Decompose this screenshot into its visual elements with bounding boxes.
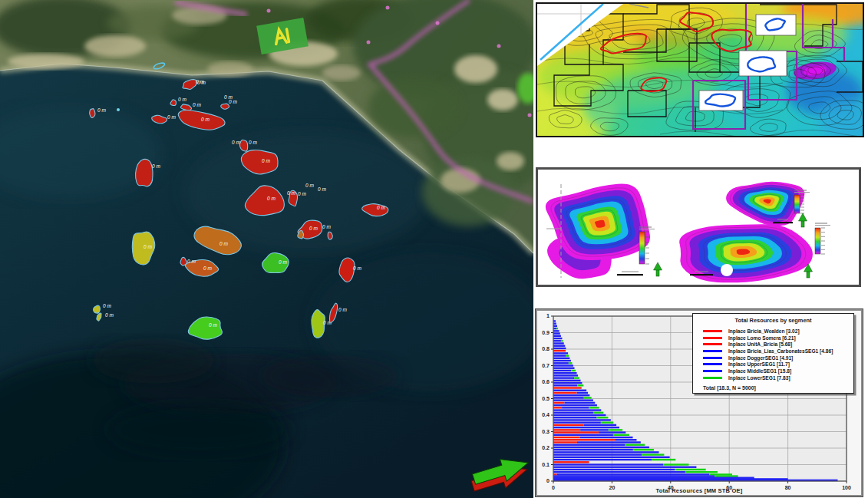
probability-bar: [553, 441, 577, 443]
probability-bar: [652, 459, 675, 460]
field-label: 0 m: [298, 191, 306, 196]
legend-label: Inplace LowerSEG1 [7.83]: [728, 375, 790, 381]
probability-bar: [553, 473, 557, 475]
probability-bar: [577, 441, 641, 443]
probability-bar: [553, 374, 578, 376]
y-tick-label: 0.9: [542, 330, 550, 335]
probability-bar: [553, 392, 577, 394]
probability-bar: [553, 427, 619, 428]
probability-bar: [553, 387, 582, 388]
probability-bar: [593, 412, 603, 414]
y-tick-label: 1: [546, 313, 550, 318]
field-label: 0 m: [353, 265, 361, 271]
y-tick-label: 0: [546, 478, 550, 483]
chart-legend-items: Inplace Bricia_Wealden [3.02]Inplace Lom…: [693, 328, 853, 381]
probability-bar: [553, 407, 562, 408]
scale-bar: [690, 274, 713, 275]
legend-label: Inplace Bricia_Lias_CarbonatesSEG1 [4.86…: [728, 348, 833, 354]
probability-bar: [553, 457, 670, 458]
probability-bar: [633, 449, 654, 450]
chart-total-label: Total [18.3, N = 5000]: [693, 385, 853, 391]
probability-bar: [609, 429, 622, 430]
probability-bar: [584, 424, 616, 426]
resources-chart-panel: 10.90.80.70.60.50.40.30.20.1002040608010…: [536, 309, 863, 496]
probability-bar: [553, 372, 577, 374]
scale-bar: [617, 274, 643, 275]
probability-bar: [553, 447, 649, 448]
composite-slide: { "left_map": { "type": "satellite-field…: [0, 0, 868, 498]
probability-bar: [574, 377, 579, 378]
probability-bar: [553, 364, 573, 366]
probability-bar: [553, 399, 593, 401]
probability-bar: [663, 463, 688, 465]
probability-bar: [577, 384, 583, 386]
probability-bar: [553, 402, 565, 404]
probability-bar: [553, 412, 593, 414]
field-label: 0 m: [187, 259, 196, 264]
probability-bar: [613, 434, 629, 436]
legend-item: Inplace MiddleSEG1 [15.8]: [693, 368, 853, 374]
field-label: 0 m: [267, 196, 276, 201]
legend-swatch: [703, 350, 722, 352]
probability-bar: [553, 394, 589, 396]
probability-bar: [553, 467, 696, 468]
legend-item: Inplace LowerSEG1 [7.83]: [693, 374, 853, 381]
probability-bar: [553, 444, 625, 446]
probability-bar: [553, 439, 615, 440]
probability-bar: [553, 338, 562, 339]
probability-bar: [553, 451, 659, 453]
probability-bar: [553, 390, 586, 391]
field-label: 0 m: [279, 259, 287, 265]
probability-bar: [553, 475, 715, 477]
thickness-map: [726, 182, 804, 226]
y-tick-label: 0.8: [542, 346, 550, 351]
thickness-map: [679, 224, 813, 282]
probability-bar: [553, 463, 663, 465]
legend-swatch: [703, 337, 722, 339]
satellite-map-image: 0 m0 m0 m0 m0 m0 m0 m0 m0 m0 m0 m0 m0 m0…: [0, 0, 533, 498]
contour-map-image: [537, 4, 863, 136]
probability-bar: [553, 382, 582, 384]
thickness-maps-image: [538, 170, 859, 285]
probability-bar: [553, 368, 575, 369]
probability-bar: [553, 355, 566, 356]
probability-bar: [553, 434, 613, 436]
probability-bar: [553, 437, 579, 438]
legend-item: Inplace Bricia_Wealden [3.02]: [693, 328, 853, 335]
probability-bar: [553, 332, 560, 334]
field-label: 0 m: [219, 241, 228, 246]
legend-swatch: [703, 357, 722, 359]
probability-bar: [553, 362, 569, 364]
probability-bar: [553, 469, 675, 470]
probability-bar: [553, 459, 652, 460]
legend-swatch: [703, 330, 722, 332]
field-label: 0 m: [152, 163, 160, 169]
chart-legend: Total Resources by segment Inplace Brici…: [692, 313, 854, 394]
probability-bar: [556, 328, 558, 329]
probability-bar: [557, 473, 710, 475]
probability-bar: [675, 469, 706, 470]
field-label: 0 m: [377, 205, 385, 210]
probability-bar: [601, 421, 613, 423]
probability-bar: [553, 431, 599, 433]
probability-bar: [553, 380, 581, 381]
legend-label: Inplace Lomo Somera [6.21]: [728, 335, 796, 341]
probability-bar: [642, 453, 664, 455]
field-label: 0 m: [193, 102, 201, 107]
probability-bar: [553, 461, 589, 463]
probability-bar: [553, 360, 571, 361]
legend-swatch: [703, 363, 722, 365]
field-label: 0 m: [97, 107, 106, 113]
probability-bar: [599, 431, 625, 433]
field-label: 0 m: [318, 186, 326, 192]
legend-label: Inplace MiddleSEG1 [15.8]: [728, 368, 791, 374]
probability-bar: [589, 407, 599, 408]
legend-label: Inplace DoggerSEG1 [4.91]: [728, 355, 793, 361]
north-arrow: [799, 213, 807, 227]
probability-bar: [577, 392, 589, 394]
probability-bar: [584, 397, 592, 398]
satellite-map-panel: 0 m0 m0 m0 m0 m0 m0 m0 m0 m0 m0 m0 m0 m0…: [0, 0, 533, 498]
probability-bar: [569, 362, 573, 364]
probability-bar: [553, 419, 611, 420]
field-label: 0 m: [338, 307, 347, 312]
